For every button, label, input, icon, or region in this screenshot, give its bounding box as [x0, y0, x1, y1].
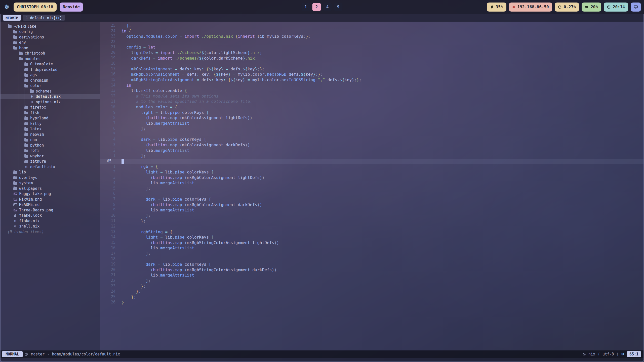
tree-item[interactable]: ❄flake.nix [1, 218, 100, 224]
code-line[interactable]: 11 }; [100, 218, 643, 224]
module-memory[interactable]: 20% [582, 3, 601, 12]
code-line[interactable]: 16 lib.mergeAttrsList [100, 245, 643, 251]
code-line[interactable]: 19 darkDefs = import ./schemes/${color.d… [100, 56, 643, 61]
code-line[interactable]: 4 dark = lib.pipe colorKeys [ [100, 137, 643, 142]
code-line[interactable]: 18 [100, 61, 643, 66]
tree-item[interactable]: hyprland [1, 116, 100, 121]
code-line[interactable]: 2 light = lib.pipe colorKeys [ [100, 169, 643, 175]
tree-item[interactable]: ❄options.nix [1, 99, 100, 105]
tree-item[interactable]: neovim [1, 132, 100, 137]
code-line[interactable]: 22 ]; [100, 278, 643, 284]
code-line[interactable]: 6 [100, 191, 643, 197]
code-line[interactable]: 20 (builtins.map (mkRgbStringColorAssign… [100, 267, 643, 273]
code-line[interactable]: 3 (builtins.map (mkColorAssignment darkD… [100, 142, 643, 148]
code-line[interactable]: 15 (builtins.map (mkRgbStringColorAssign… [100, 240, 643, 246]
code-line[interactable]: 9 lib.mergeAttrsList [100, 207, 643, 213]
code-line[interactable]: 6 ]; [100, 126, 643, 131]
tree-item[interactable]: modules [1, 56, 100, 62]
tree-item[interactable]: lib [1, 170, 100, 175]
tree-item[interactable]: ags [1, 72, 100, 78]
code-line[interactable]: 13 rgbString = { [100, 229, 643, 235]
code-line[interactable]: 25 }; [100, 294, 643, 300]
code-line[interactable]: 11 # to the values specified in a colors… [100, 99, 643, 104]
tree-item[interactable]: ~/NixFlake [1, 24, 100, 29]
tree-item[interactable]: chromium [1, 78, 100, 83]
module-network[interactable]: 192.168.86.50 [509, 3, 552, 12]
tree-item[interactable]: env [1, 40, 100, 46]
tree-item[interactable]: home [1, 45, 100, 51]
code-line[interactable]: 1 ]; [100, 153, 643, 159]
code-line[interactable]: 15 mkRgbStringColorAssignment = defs: ke… [100, 77, 643, 83]
code-line[interactable]: 10 ]; [100, 213, 643, 218]
workspace-button[interactable]: 2 [312, 3, 321, 11]
tree-item[interactable]: README.md [1, 202, 100, 208]
code-line[interactable]: 1 rgb = { [100, 164, 643, 169]
tree-item[interactable]: overlays [1, 175, 100, 180]
tree-item[interactable]: kitty [1, 121, 100, 126]
code-line[interactable]: 21 lib.mergeAttrsList [100, 273, 643, 278]
module-battery[interactable]: 35% [487, 3, 506, 12]
code-line[interactable]: 21 config = let [100, 44, 643, 50]
module-tray[interactable] [631, 3, 641, 12]
code-line[interactable]: 5 [100, 131, 643, 137]
tree-item[interactable]: 0_template [1, 62, 100, 67]
tree-item[interactable]: system [1, 180, 100, 186]
tree-item[interactable]: wallpapers [1, 186, 100, 191]
code-line[interactable]: 8 (builtins.map (mkColorAssignment light… [100, 115, 643, 121]
code-line[interactable]: 9 light = lib.pipe colorKeys [ [100, 110, 643, 115]
code-line[interactable]: 25 ]; [100, 23, 643, 28]
code-line[interactable]: 24in { [100, 28, 643, 34]
code-line[interactable]: 8 (builtins.map (mkRgbColorAssignment da… [100, 202, 643, 208]
module-cpu-load[interactable]: 0.27% [555, 3, 579, 12]
code-line[interactable]: 3 (builtins.map (mkRgbColorAssignment li… [100, 175, 643, 180]
tree-item[interactable]: NixVim.png [1, 197, 100, 202]
code-line[interactable]: 12 [100, 224, 643, 229]
tree-item[interactable]: 1_deprecated [1, 67, 100, 72]
code-line[interactable]: 17 ]; [100, 251, 643, 256]
code-line[interactable]: 20 lightDefs = import ./schemes/${color.… [100, 50, 643, 56]
tree-item[interactable]: fish [1, 110, 100, 116]
code-line[interactable]: 7 lib.mergeAttrsList [100, 121, 643, 126]
buffer-tab[interactable]: 1 default.nix[1+] [23, 15, 65, 21]
tree-item[interactable]: nnn [1, 137, 100, 143]
tree-item[interactable]: flake.lock [1, 213, 100, 218]
code-line[interactable]: 24 }; [100, 289, 643, 294]
code-line[interactable]: 10 modules.color = { [100, 104, 643, 110]
tree-item[interactable]: Three-Bears.png [1, 207, 100, 213]
tree-item[interactable]: schemes [1, 88, 100, 94]
code-line[interactable]: 13 lib.mkIf color.enable { [100, 88, 643, 94]
tree-item[interactable]: python [1, 143, 100, 148]
code-line[interactable]: 4 lib.mergeAttrsList [100, 180, 643, 186]
user-uptime-badge[interactable]: CHRISTOPH 08:18 [14, 3, 57, 12]
tree-item[interactable]: ❄default.nix [1, 94, 100, 100]
code-line[interactable]: 14 light = lib.pipe colorKeys [ [100, 235, 643, 240]
code-line[interactable]: 7 dark = lib.pipe colorKeys [ [100, 197, 643, 202]
workspace-button[interactable]: 1 [302, 3, 310, 11]
tree-item[interactable]: color [1, 83, 100, 89]
code-line[interactable]: 5 ]; [100, 186, 643, 191]
active-app-badge[interactable]: Neovide [60, 3, 83, 12]
code-line[interactable]: 22 [100, 39, 643, 45]
tree-item[interactable]: christoph [1, 51, 100, 56]
code-line[interactable]: 14 in [100, 83, 643, 88]
tree-item[interactable]: firefox [1, 105, 100, 110]
code-lines[interactable]: 25 ];24in {23 options.modules.color = im… [100, 22, 643, 350]
tree-item[interactable]: ❄default.nix [1, 164, 100, 170]
workspace-button[interactable]: 4 [323, 3, 332, 11]
code-line[interactable]: 17 mkColorAssignment = defs: key: {${key… [100, 66, 643, 72]
tree-item[interactable]: config [1, 29, 100, 35]
code-line[interactable]: 2 lib.mergeAttrsList [100, 148, 643, 153]
tree-item[interactable]: derivations [1, 34, 100, 40]
tree-item[interactable]: ❄shell.nix [1, 224, 100, 229]
workspace-button[interactable]: 9 [334, 3, 343, 11]
module-clock[interactable]: 20:14 [604, 3, 628, 12]
tree-item[interactable]: rofi [1, 148, 100, 154]
code-line[interactable]: 23 }; [100, 284, 643, 289]
code-line[interactable]: 19 dark = lib.pipe colorKeys [ [100, 262, 643, 267]
code-line[interactable]: 16 mkRgbColorAssignment = defs: key: {${… [100, 72, 643, 77]
code-line[interactable]: 12 # This module sets its own options [100, 94, 643, 99]
code-line[interactable]: 26} [100, 300, 643, 305]
tree-item[interactable]: zathura [1, 159, 100, 164]
code-line[interactable]: 18 [100, 256, 643, 262]
code-line[interactable]: 23 options.modules.color = import ./opti… [100, 34, 643, 39]
